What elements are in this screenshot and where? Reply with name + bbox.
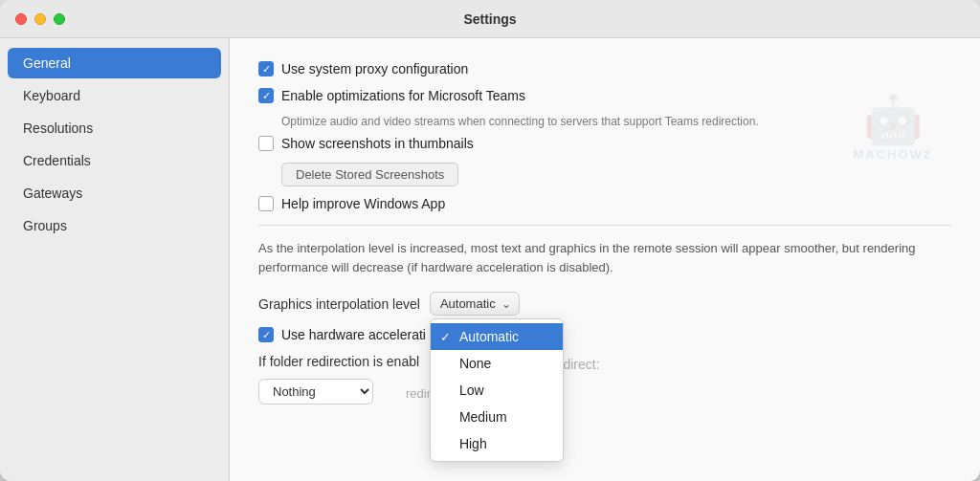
help-checkbox[interactable]	[258, 196, 274, 211]
dropdown-item-automatic[interactable]: Automatic	[431, 323, 563, 350]
app-window: Settings General Keyboard Resolutions Cr…	[0, 0, 980, 481]
dropdown-item-high[interactable]: High	[431, 430, 563, 457]
proxy-label: Use system proxy configuration	[281, 61, 468, 77]
maximize-button[interactable]	[54, 13, 65, 25]
interpolation-dropdown-button[interactable]: Automatic	[430, 292, 520, 316]
proxy-checkbox[interactable]: ✓	[258, 61, 274, 77]
proxy-checkbox-wrapper[interactable]: ✓ Use system proxy configuration	[258, 61, 468, 77]
graphics-label: Graphics interpolation level	[258, 296, 420, 312]
teams-sublabel: Optimize audio and video streams when co…	[281, 115, 951, 128]
minimize-button[interactable]	[34, 13, 46, 25]
screenshots-setting-row: Show screenshots in thumbnails	[258, 136, 951, 151]
interpolation-dropdown-trigger[interactable]: Automatic Automatic None Low Medium High	[430, 292, 520, 316]
folder-select[interactable]: Nothing	[258, 379, 373, 404]
titlebar: Settings	[0, 0, 980, 38]
sidebar-item-resolutions[interactable]: Resolutions	[8, 113, 221, 143]
help-setting-row: Help improve Windows App	[258, 196, 951, 211]
sidebar-item-general[interactable]: General	[8, 48, 221, 78]
teams-setting-row: ✓ Enable optimizations for Microsoft Tea…	[258, 88, 951, 103]
watermark: 🤖 MACHOW2	[853, 96, 932, 162]
divider	[258, 225, 951, 226]
delete-screenshots-button[interactable]: Delete Stored Screenshots	[281, 163, 458, 186]
teams-checkbox-wrapper[interactable]: ✓ Enable optimizations for Microsoft Tea…	[258, 88, 525, 103]
interpolation-dropdown-menu: Automatic None Low Medium High	[430, 318, 564, 462]
screenshots-checkbox-wrapper[interactable]: Show screenshots in thumbnails	[258, 136, 474, 151]
help-label: Help improve Windows App	[281, 196, 445, 211]
content-area: General Keyboard Resolutions Credentials…	[0, 38, 980, 481]
dropdown-item-low[interactable]: Low	[431, 377, 563, 404]
dropdown-item-none[interactable]: None	[431, 350, 563, 377]
hardware-checkbox[interactable]: ✓	[258, 327, 274, 342]
sidebar-item-groups[interactable]: Groups	[8, 210, 221, 241]
description-text: As the interpolation level is increased,…	[258, 239, 951, 276]
folder-row: If folder redirection is enabl anaged re…	[258, 354, 951, 404]
folder-label: If folder redirection is enabl	[258, 354, 419, 369]
sidebar-item-keyboard[interactable]: Keyboard	[8, 80, 221, 111]
hardware-row: ✓ Use hardware accelerati	[258, 327, 951, 342]
traffic-lights	[15, 13, 65, 25]
hardware-checkbox-wrapper[interactable]: ✓ Use hardware accelerati	[258, 327, 426, 342]
teams-checkbox[interactable]: ✓	[258, 88, 274, 103]
sidebar-item-credentials[interactable]: Credentials	[8, 145, 221, 176]
dropdown-item-medium[interactable]: Medium	[431, 404, 563, 430]
graphics-row: Graphics interpolation level Automatic A…	[258, 292, 951, 316]
screenshots-label: Show screenshots in thumbnails	[281, 136, 474, 151]
help-checkbox-wrapper[interactable]: Help improve Windows App	[258, 196, 445, 211]
teams-label: Enable optimizations for Microsoft Teams	[281, 88, 525, 103]
main-panel: 🤖 MACHOW2 ✓ Use system proxy configurati…	[230, 38, 980, 481]
close-button[interactable]	[15, 13, 27, 25]
hardware-label: Use hardware accelerati	[281, 327, 426, 342]
window-title: Settings	[463, 11, 516, 27]
screenshots-checkbox[interactable]	[258, 136, 274, 151]
sidebar: General Keyboard Resolutions Credentials…	[0, 38, 230, 481]
sidebar-item-gateways[interactable]: Gateways	[8, 178, 221, 208]
proxy-setting-row: ✓ Use system proxy configuration	[258, 61, 951, 77]
